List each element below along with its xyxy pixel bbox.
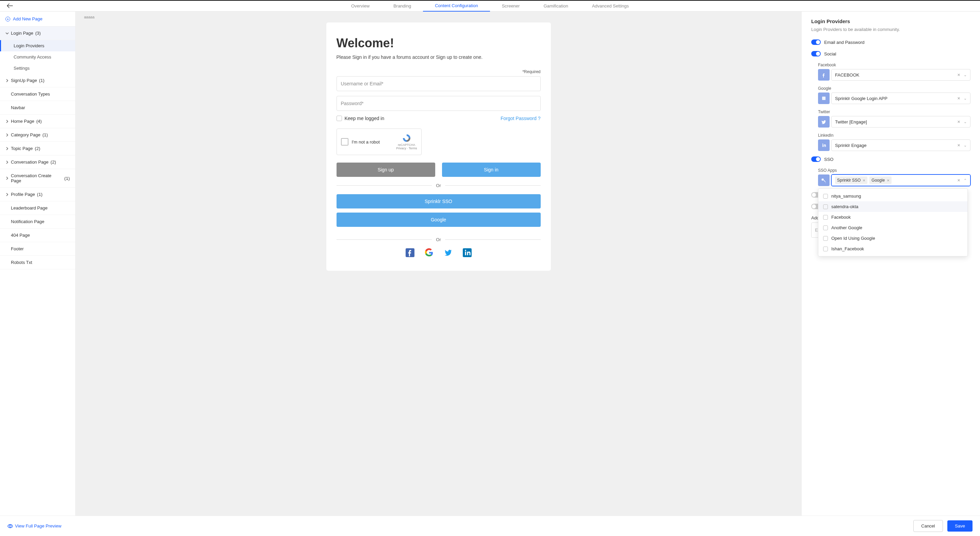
username-input[interactable]: Username or Email* bbox=[337, 76, 541, 91]
google-select[interactable]: Sprinklr Google Login APP✕⌄ bbox=[831, 92, 970, 104]
checkbox-icon bbox=[823, 205, 828, 209]
dropdown-option-facebook[interactable]: Facebook bbox=[818, 212, 967, 222]
required-label: *Required bbox=[337, 70, 541, 74]
welcome-subtitle: Please Sign in if you have a forums acco… bbox=[337, 54, 541, 60]
svg-rect-2 bbox=[822, 97, 826, 100]
dropdown-option-nitya-samsung[interactable]: nitya_samsung bbox=[818, 191, 967, 201]
sso-key-icon bbox=[818, 174, 830, 186]
recaptcha-icon bbox=[402, 134, 411, 143]
provider-label-google: Google bbox=[818, 86, 970, 91]
chip-google[interactable]: Google✕ bbox=[869, 176, 891, 184]
signin-button[interactable]: Sign in bbox=[442, 163, 541, 177]
sidebar-item-category-page[interactable]: Category Page(1) bbox=[0, 128, 75, 142]
sso-apps-select[interactable]: Sprinklr SSO✕Google✕ ✕⌃ bbox=[831, 174, 970, 186]
signup-button[interactable]: Sign up bbox=[337, 163, 435, 177]
sidebar-item-notification-page[interactable]: Notification Page bbox=[0, 215, 75, 228]
tabs-bar: OverviewBrandingContent ConfigurationScr… bbox=[0, 1, 980, 11]
clear-icon[interactable]: ✕ bbox=[957, 120, 960, 124]
password-input[interactable]: Password* bbox=[337, 96, 541, 111]
sso-apps-label: SSO Apps bbox=[818, 168, 970, 173]
sprinklr-sso-button[interactable]: Sprinklr SSO bbox=[337, 194, 541, 208]
chevron-down-icon: ⌄ bbox=[964, 96, 967, 101]
dropdown-option-open-id-using-google[interactable]: Open Id Using Google bbox=[818, 233, 967, 244]
twitter-icon[interactable] bbox=[444, 248, 453, 257]
sidebar-item-home-page[interactable]: Home Page(4) bbox=[0, 115, 75, 128]
tab-branding[interactable]: Branding bbox=[382, 1, 423, 11]
sidebar-sub-community-access[interactable]: Community Access bbox=[0, 51, 75, 63]
sidebar-item-navbar[interactable]: Navbar bbox=[0, 101, 75, 115]
sidebar-item-footer[interactable]: Footer bbox=[0, 242, 75, 256]
chevron-down-icon: ⌄ bbox=[964, 143, 967, 147]
sidebar: + Add New Page Login Page(3)Login Provid… bbox=[0, 11, 76, 520]
social-toggle[interactable] bbox=[811, 51, 821, 57]
login-preview-card: Welcome! Please Sign in if you have a fo… bbox=[326, 22, 551, 271]
recaptcha-checkbox-icon bbox=[341, 138, 348, 146]
email-password-toggle[interactable] bbox=[811, 40, 821, 45]
tab-overview[interactable]: Overview bbox=[339, 1, 382, 11]
clear-icon[interactable]: ✕ bbox=[957, 73, 960, 77]
canvas-caption: aaaaa bbox=[84, 15, 793, 19]
tab-gamification[interactable]: Gamification bbox=[531, 1, 580, 11]
checkbox-icon bbox=[823, 194, 828, 198]
plus-circle-icon: + bbox=[5, 17, 10, 21]
facebook-select[interactable]: FACEBOOK✕⌄ bbox=[831, 69, 970, 81]
facebook-icon[interactable] bbox=[406, 248, 414, 257]
sidebar-item-conversation-types[interactable]: Conversation Types bbox=[0, 87, 75, 101]
tab-advanced-settings[interactable]: Advanced Settings bbox=[580, 1, 641, 11]
sidebar-sub-login-providers[interactable]: Login Providers bbox=[0, 40, 75, 51]
clear-icon[interactable]: ✕ bbox=[957, 96, 960, 101]
sidebar-item-topic-page[interactable]: Topic Page(2) bbox=[0, 142, 75, 155]
sidebar-item-conversation-page[interactable]: Conversation Page(2) bbox=[0, 155, 75, 169]
checkbox-icon bbox=[823, 247, 828, 251]
email-password-label: Email and Password bbox=[824, 40, 865, 45]
chip-sprinklr-sso[interactable]: Sprinklr SSO✕ bbox=[835, 176, 867, 184]
social-label: Social bbox=[824, 51, 836, 57]
provider-label-twitter: Twitter bbox=[818, 109, 970, 114]
provider-label-facebook: Facebook bbox=[818, 63, 970, 67]
sso-label: SSO bbox=[824, 157, 833, 162]
provider-label-linkedin: LinkedIn bbox=[818, 133, 970, 138]
checkbox-icon bbox=[823, 236, 828, 241]
linkedin-select[interactable]: Sprinklr Engage✕⌄ bbox=[831, 140, 970, 151]
recaptcha-widget[interactable]: I'm not a robot reCAPTCHA Privacy · Term… bbox=[337, 128, 422, 155]
back-button[interactable] bbox=[7, 3, 13, 9]
forgot-password-link[interactable]: Forgot Password ? bbox=[501, 116, 541, 121]
sidebar-item-login-page[interactable]: Login Page(3) bbox=[0, 27, 75, 40]
sidebar-item-signup-page[interactable]: SignUp Page(1) bbox=[0, 74, 75, 87]
google-icon[interactable] bbox=[425, 248, 434, 257]
chip-remove-icon[interactable]: ✕ bbox=[862, 179, 865, 182]
sidebar-item-leaderboard-page[interactable]: Leaderboard Page bbox=[0, 201, 75, 215]
checkbox-icon bbox=[823, 225, 828, 230]
sidebar-item-profile-page[interactable]: Profile Page(1) bbox=[0, 188, 75, 201]
tab-content-configuration[interactable]: Content Configuration bbox=[423, 1, 490, 11]
chevron-up-icon: ⌃ bbox=[964, 178, 967, 182]
google-login-button[interactable]: Google bbox=[337, 212, 541, 227]
chip-remove-icon[interactable]: ✕ bbox=[887, 179, 889, 182]
center-preview: aaaaa Welcome! Please Sign in if you hav… bbox=[76, 11, 801, 520]
dropdown-option-satendra-okta[interactable]: satendra-okta bbox=[818, 201, 967, 212]
checkbox-icon bbox=[823, 215, 828, 220]
panel-heading: Login Providers bbox=[811, 18, 970, 24]
linkedin-icon bbox=[818, 140, 830, 151]
welcome-title: Welcome! bbox=[337, 36, 541, 50]
linkedin-icon[interactable] bbox=[463, 248, 472, 257]
dropdown-option-ishan-facebook[interactable]: Ishan_Facebook bbox=[818, 244, 967, 254]
add-new-page-button[interactable]: + Add New Page bbox=[0, 11, 75, 27]
clear-icon[interactable]: ✕ bbox=[957, 143, 960, 147]
sidebar-sub-settings[interactable]: Settings bbox=[0, 63, 75, 74]
sso-apps-dropdown: nitya_samsungsatendra-oktaFacebookAnothe… bbox=[818, 189, 968, 257]
chevron-down-icon: ⌄ bbox=[964, 120, 967, 124]
tab-screener[interactable]: Screener bbox=[490, 1, 532, 11]
footer-bar: View Full Page Preview Cancel Save bbox=[0, 515, 980, 520]
clear-icon[interactable]: ✕ bbox=[957, 178, 960, 182]
checkbox-icon bbox=[337, 116, 342, 121]
keep-logged-in-checkbox[interactable]: Keep me logged in bbox=[337, 116, 385, 121]
sidebar-item-conversation-create-page[interactable]: Conversation Create Page(1) bbox=[0, 169, 75, 188]
sidebar-item-robots-txt[interactable]: Robots Txt bbox=[0, 256, 75, 270]
dropdown-option-another-google[interactable]: Another Google bbox=[818, 222, 967, 233]
facebook-icon bbox=[818, 69, 830, 81]
sso-toggle[interactable] bbox=[811, 157, 821, 162]
chevron-down-icon: ⌄ bbox=[964, 73, 967, 77]
twitter-select[interactable]: Twitter [Engage]✕⌄ bbox=[831, 116, 970, 128]
sidebar-item-404-page[interactable]: 404 Page bbox=[0, 228, 75, 242]
